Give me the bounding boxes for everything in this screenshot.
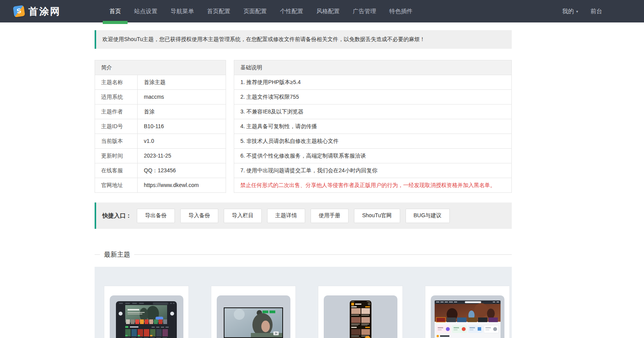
table-row: 7. 使用中出现问题请提交工单，我们会在24小时内回复你 bbox=[234, 163, 512, 178]
nav-item-featured-plugins[interactable]: 特色插件 bbox=[383, 0, 419, 22]
latest-themes-heading: 最新主题 bbox=[95, 250, 512, 259]
table-row: 在线客服QQ：123456 bbox=[95, 163, 226, 178]
theme-4-preview-image bbox=[435, 300, 501, 338]
table-row: 3. 不兼容IE8及以下浏览器 bbox=[234, 105, 512, 119]
row-label: 当前版本 bbox=[95, 134, 138, 149]
import-backup-button[interactable]: 导入备份 bbox=[180, 209, 218, 223]
heading-line-left bbox=[95, 254, 100, 255]
row-value: QQ：123456 bbox=[138, 163, 226, 178]
info-tables: 简介 主题名称首涂主题 适用系统maccms 主题作者首涂 主题ID号B10-1… bbox=[95, 60, 512, 193]
welcome-text: 欢迎使用ShouTu主题，您已获得授权使用本主题管理系统，在您配置或修改文件前请… bbox=[102, 36, 425, 43]
row-value: maccms bbox=[138, 90, 226, 105]
nav-item-home[interactable]: 首页 bbox=[103, 0, 128, 22]
note-item: 1. 推荐使用PHP版本≥5.4 bbox=[234, 75, 512, 90]
row-label: 主题名称 bbox=[95, 75, 138, 90]
navbar-right: 我的 ▾ 前台 bbox=[562, 0, 602, 22]
theme-thumbnail bbox=[217, 295, 290, 338]
note-item: 5. 非技术人员请勿私自修改主题核心文件 bbox=[234, 134, 512, 149]
my-dropdown-label: 我的 bbox=[562, 8, 574, 15]
nav-item-home-config[interactable]: 首页配置 bbox=[200, 0, 237, 22]
row-value: 2023-11-25 bbox=[138, 149, 226, 163]
notes-table: 基础说明 1. 推荐使用PHP版本≥5.4 2. 主题文件读写权限755 3. … bbox=[234, 60, 512, 193]
table-row: 主题ID号B10-116 bbox=[95, 119, 226, 134]
table-row: 官网地址https://www.dkewl.com bbox=[95, 178, 226, 193]
note-item: 7. 使用中出现问题请提交工单，我们会在24小时内回复你 bbox=[234, 163, 512, 178]
heading-line-right bbox=[134, 254, 512, 255]
shoutu-website-button[interactable]: ShouTu官网 bbox=[354, 209, 400, 223]
theme-thumbnail bbox=[110, 295, 183, 338]
top-navbar: S 首涂网 首页 站点设置 导航菜单 首页配置 页面配置 个性配置 风格配置 广… bbox=[0, 0, 644, 22]
table-row: 当前版本v1.0 bbox=[95, 134, 226, 149]
table-row: 6. 不提供个性化修改服务，高端定制请联系客服洽谈 bbox=[234, 149, 512, 163]
table-row: 1. 推荐使用PHP版本≥5.4 bbox=[234, 75, 512, 90]
note-item: 4. 主题具备可复制性，请勿传播 bbox=[234, 119, 512, 134]
my-dropdown[interactable]: 我的 ▾ bbox=[562, 8, 578, 15]
table-row: 5. 非技术人员请勿私自修改主题核心文件 bbox=[234, 134, 512, 149]
theme-card-3[interactable] bbox=[318, 286, 403, 338]
row-label: 更新时间 bbox=[95, 149, 138, 163]
nav-item-nav-menu[interactable]: 导航菜单 bbox=[164, 0, 200, 22]
theme-card-2[interactable] bbox=[211, 286, 296, 338]
theme-detail-button[interactable]: 主题详情 bbox=[267, 209, 305, 223]
warning-text: 禁止任何形式的二次出售、分享他人等侵害作者及正版用户的行为，一经发现取消授权资格… bbox=[234, 178, 512, 193]
intro-table: 简介 主题名称首涂主题 适用系统maccms 主题作者首涂 主题ID号B10-1… bbox=[95, 60, 226, 193]
quick-entry-label: 快捷入口： bbox=[102, 212, 131, 220]
table-row: 适用系统maccms bbox=[95, 90, 226, 105]
import-category-button[interactable]: 导入栏目 bbox=[224, 209, 262, 223]
theme-card-4[interactable] bbox=[425, 286, 510, 338]
caret-down-icon: ▾ bbox=[576, 9, 578, 14]
theme-1-preview-image bbox=[116, 301, 177, 338]
table-row: 4. 主题具备可复制性，请勿传播 bbox=[234, 119, 512, 134]
export-backup-button[interactable]: 导出备份 bbox=[137, 209, 175, 223]
note-item: 6. 不提供个性化修改服务，高端定制请联系客服洽谈 bbox=[234, 149, 512, 163]
nav-item-personal-config[interactable]: 个性配置 bbox=[273, 0, 310, 22]
section-title-text: 最新主题 bbox=[104, 250, 130, 259]
logo-icon: S bbox=[13, 5, 25, 17]
notes-table-title: 基础说明 bbox=[234, 60, 512, 75]
theme-2-preview-image bbox=[224, 307, 283, 338]
row-label: 官网地址 bbox=[95, 178, 138, 193]
row-label: 主题ID号 bbox=[95, 119, 138, 134]
theme-thumbnail bbox=[324, 295, 397, 338]
nav-item-site-settings[interactable]: 站点设置 bbox=[128, 0, 164, 22]
theme-3-preview-image bbox=[350, 300, 371, 338]
table-row: 主题名称首涂主题 bbox=[95, 75, 226, 90]
intro-table-title: 简介 bbox=[95, 60, 226, 75]
manual-button[interactable]: 使用手册 bbox=[311, 209, 349, 223]
frontend-link[interactable]: 前台 bbox=[590, 8, 602, 15]
table-row: 2. 主题文件读写权限755 bbox=[234, 90, 512, 105]
welcome-banner: 欢迎使用ShouTu主题，您已获得授权使用本主题管理系统，在您配置或修改文件前请… bbox=[95, 30, 512, 49]
nav-item-style-config[interactable]: 风格配置 bbox=[310, 0, 346, 22]
quick-entry-bar: 快捷入口： 导出备份 导入备份 导入栏目 主题详情 使用手册 ShouTu官网 … bbox=[95, 202, 512, 229]
nav-item-ad-management[interactable]: 广告管理 bbox=[346, 0, 383, 22]
latest-themes-section bbox=[95, 267, 512, 338]
row-value: 首涂 bbox=[138, 105, 226, 119]
theme-card-1[interactable] bbox=[104, 286, 189, 338]
nav-item-page-config[interactable]: 页面配置 bbox=[237, 0, 273, 22]
row-value: v1.0 bbox=[138, 134, 226, 149]
row-value: B10-116 bbox=[138, 119, 226, 134]
table-row: 主题作者首涂 bbox=[95, 105, 226, 119]
row-label: 主题作者 bbox=[95, 105, 138, 119]
table-row: 禁止任何形式的二次出售、分享他人等侵害作者及正版用户的行为，一经发现取消授权资格… bbox=[234, 178, 512, 193]
table-row: 更新时间2023-11-25 bbox=[95, 149, 226, 163]
row-label: 在线客服 bbox=[95, 163, 138, 178]
row-value: https://www.dkewl.com bbox=[138, 178, 226, 193]
row-label: 适用系统 bbox=[95, 90, 138, 105]
theme-thumbnail bbox=[431, 295, 504, 338]
note-item: 3. 不兼容IE8及以下浏览器 bbox=[234, 105, 512, 119]
site-logo[interactable]: S 首涂网 bbox=[14, 0, 61, 22]
logo-text: 首涂网 bbox=[28, 5, 61, 18]
bug-suggest-button[interactable]: BUG与建议 bbox=[406, 209, 450, 223]
note-item: 2. 主题文件读写权限755 bbox=[234, 90, 512, 105]
row-value: 首涂主题 bbox=[138, 75, 226, 90]
logo-monogram: S bbox=[16, 7, 22, 15]
main-nav: 首页 站点设置 导航菜单 首页配置 页面配置 个性配置 风格配置 广告管理 特色… bbox=[103, 0, 419, 22]
